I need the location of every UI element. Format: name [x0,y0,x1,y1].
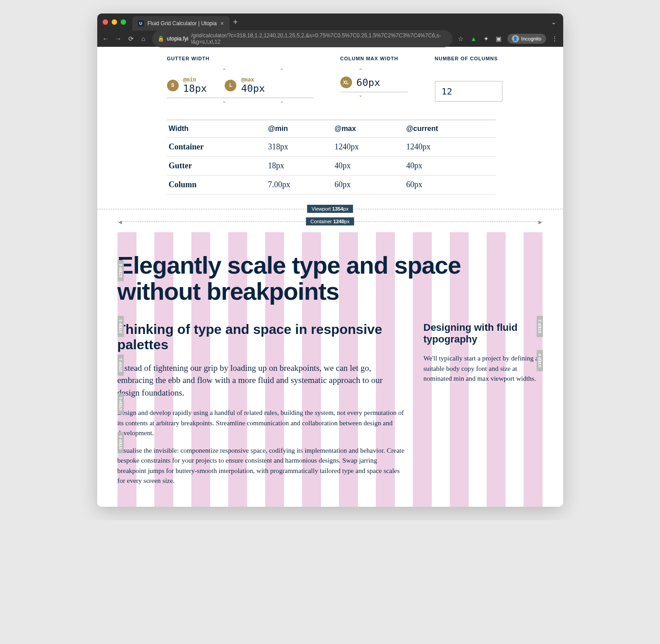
ruler-prefix: Container [311,219,334,224]
demo-heading-2: Thinking of type and space in responsive… [118,322,406,353]
demo-paragraph: Design and develop rapidly using a handf… [118,408,406,438]
browser-window: U Fluid Grid Calculator | Utopia × + ⌄ ←… [97,14,563,507]
gutter-min-stepper: ⌃ S @min 18px ⌄ [167,67,207,98]
ruler-prefix: Viewport [312,206,332,212]
bookmark-star-icon[interactable]: ☆ [457,35,465,42]
size-badge-l: L [225,80,236,91]
column-max-width-group: COLUMN MAX WIDTH ⌃ XL 60px ⌄ [340,56,408,102]
column-max-width-label: COLUMN MAX WIDTH [340,56,408,61]
demo-paragraph: We'll typically start a project by defin… [424,353,543,384]
gutter-width-group: GUTTER WIDTH ⌃ S @min 18px ⌄ ⌃ L [167,56,313,102]
cell: 40px [333,157,404,176]
controls-row: GUTTER WIDTH ⌃ S @min 18px ⌄ ⌃ L [97,56,563,102]
cell: 60px [333,176,404,194]
maximize-window-button[interactable] [121,19,126,25]
demo-paragraph: Visualise the invisible: componentize re… [118,446,406,486]
gutter-min-sublabel: @min [183,77,207,83]
chevron-down-icon[interactable]: ⌄ [358,92,363,98]
col-max: @max [333,120,404,138]
panel-icon[interactable]: ▣ [495,35,503,42]
step-tag: STEP 5 [118,260,124,281]
tab-favicon-icon: U [138,20,144,27]
cell: 40px [404,157,495,176]
table-row: Container 318px 1240px 1240px [167,138,496,157]
browser-tab[interactable]: U Fluid Grid Calculator | Utopia × [132,16,230,31]
step-tag: STEP 1 [118,355,124,376]
step-tag: STEP 2 [537,316,543,337]
close-window-button[interactable] [103,19,108,25]
ruler-suffix: px [344,219,350,224]
demo-heading-3: Designing with fluid typography [424,322,543,346]
container-ruler-label: Container 1240px [306,217,354,225]
ruler-value: 1240 [333,219,344,224]
gutter-min-value: 18px [183,83,207,94]
cell: 7.00px [266,176,333,194]
column-max-stepper: ⌃ XL 60px ⌄ [340,67,408,92]
demo-content: Elegantly scale type and space without b… [118,232,543,493]
url-input[interactable]: 🔒 utopia.fyi/grid/calculator/?c=318,18,1… [152,30,452,47]
size-badge-s: S [167,80,179,91]
incognito-label: Incognito [521,36,542,41]
table-row: Gutter 18px 40px 40px [167,157,496,176]
cell: 1240px [404,138,495,157]
container-ruler: ◀ Container 1240px ▶ [118,221,543,230]
chevron-up-icon[interactable]: ⌃ [280,68,284,74]
incognito-badge[interactable]: 👤 Incognito [507,34,546,44]
page-content: GUTTER WIDTH ⌃ S @min 18px ⌄ ⌃ L [97,47,563,507]
col-min: @min [266,120,333,138]
viewport-ruler: Viewport 1354px [97,209,563,217]
demo-right-column: Designing with fluid typography We'll ty… [424,322,543,493]
extensions-puzzle-icon[interactable]: ✦ [482,35,490,42]
chevron-down-icon[interactable]: ⌄ [280,98,284,104]
size-badge-xl: XL [340,77,352,88]
url-domain: utopia.fyi [167,36,189,42]
table-header-row: Width @min @max @current [167,120,496,138]
dimensions-table: Width @min @max @current Container 318px… [167,120,496,194]
cell: 318px [266,138,333,157]
number-of-columns-group: NUMBER OF COLUMNS [435,56,502,102]
column-max-value: 60px [357,77,380,88]
demo-paragraph: Instead of tightening our grip by loadin… [118,362,406,399]
close-tab-button[interactable]: × [220,20,224,27]
extension-icon[interactable]: ▲ [470,35,478,42]
chevron-up-icon[interactable]: ⌃ [358,68,363,74]
arrow-right-icon: ▶ [538,220,542,225]
incognito-icon: 👤 [512,35,519,42]
step-tag: STEP 0 [118,393,124,414]
viewport-ruler-label: Viewport 1354px [307,205,353,213]
new-tab-button[interactable]: + [233,18,238,27]
forward-button[interactable]: → [114,35,122,42]
back-button[interactable]: ← [102,35,110,42]
number-of-columns-label: NUMBER OF COLUMNS [435,56,502,61]
row-label: Column [167,176,267,194]
demo-left-column: Thinking of type and space in responsive… [118,322,406,493]
step-tag: STEP 3 [118,316,124,337]
col-current: @current [404,120,495,138]
cell: 60px [404,176,495,194]
tab-dropdown-icon[interactable]: ⌄ [550,18,558,26]
row-label: Container [167,138,267,157]
kebab-menu-icon[interactable]: ⋮ [551,35,559,42]
grid-demo: STEP 5 STEP 3 STEP 2 STEP 1 STEP 0 STEP … [97,232,563,507]
browser-titlebar: U Fluid Grid Calculator | Utopia × + ⌄ [97,14,563,31]
table-row: Column 7.00px 60px 60px [167,176,496,194]
number-of-columns-input[interactable] [435,81,502,102]
gutter-max-sublabel: @max [241,77,265,83]
cell: 1240px [333,138,404,157]
chevron-down-icon[interactable]: ⌄ [222,98,226,104]
step-tag: STEP 0 [537,350,543,371]
home-button[interactable]: ⌂ [140,35,148,42]
lock-icon: 🔒 [158,36,164,42]
ruler-suffix: px [343,206,348,212]
gutter-max-value: 40px [241,83,265,94]
window-controls [103,19,126,25]
reload-button[interactable]: ⟳ [127,35,135,42]
url-path: /grid/calculator/?c=318,18,1.2,1240,20,1… [191,32,447,45]
minimize-window-button[interactable] [112,19,117,25]
step-tag: STEP 0 [118,432,124,453]
tab-title: Fluid Grid Calculator | Utopia [148,20,217,27]
ruler-value: 1354 [332,206,343,212]
row-label: Gutter [167,157,267,176]
col-width: Width [167,120,267,138]
browser-addressbar: ← → ⟳ ⌂ 🔒 utopia.fyi/grid/calculator/?c=… [97,31,563,47]
